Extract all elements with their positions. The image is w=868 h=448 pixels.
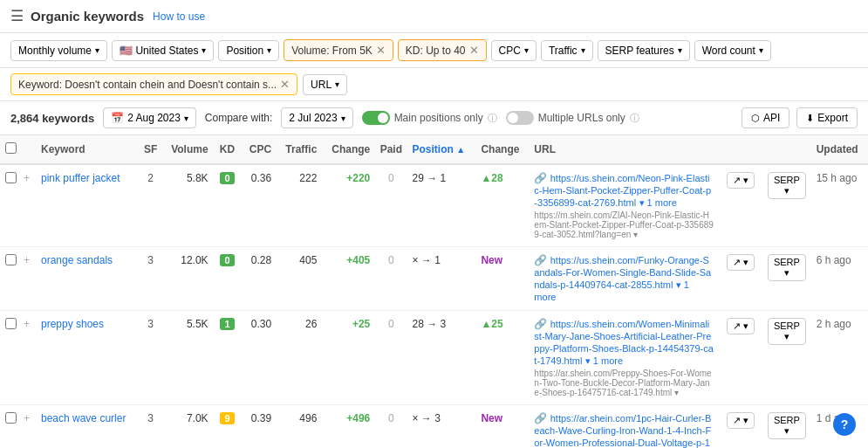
url-link[interactable]: https://us.shein.com/Women-Minimalist-Ma… — [534, 319, 713, 366]
row-position-cell: 29 → 1 — [407, 164, 476, 247]
row-sf-cell: 3 — [140, 405, 161, 449]
traffic-filter[interactable]: Traffic ▾ — [541, 40, 593, 61]
row-volume-cell: 5.8K — [161, 164, 213, 247]
serp-button[interactable]: SERP ▾ — [768, 254, 806, 281]
row-cpc-cell: 0.36 — [241, 164, 277, 247]
row-volume-cell: 7.0K — [161, 405, 213, 449]
table-row: + orange sandals 3 12.0K 0 0.28 405 +405… — [0, 247, 868, 311]
col-header-serp — [762, 135, 811, 164]
export-button[interactable]: ⬇ Export — [796, 107, 858, 128]
row-checkbox-cell — [0, 405, 22, 449]
trend-button[interactable]: ↗ ▾ — [727, 412, 755, 429]
row-checkbox[interactable] — [5, 412, 17, 424]
row-checkbox[interactable] — [5, 172, 17, 183]
compare-date-button[interactable]: 2 Jul 2023 ▾ — [281, 107, 352, 128]
serp-button[interactable]: SERP ▾ — [768, 318, 806, 345]
keyword-link[interactable]: beach wave curler — [41, 412, 126, 424]
keyword-link[interactable]: orange sandals — [41, 254, 113, 266]
col-header-position[interactable]: Position ▲ — [407, 135, 476, 164]
select-all-checkbox[interactable] — [5, 142, 17, 154]
word-count-filter[interactable]: Word count ▾ — [694, 40, 771, 61]
page-title: Organic keywords — [31, 9, 144, 24]
keyword-link[interactable]: preppy shoes — [41, 318, 104, 330]
row-plus-cell: + — [22, 311, 36, 405]
multiple-urls-info-icon: ⓘ — [630, 112, 639, 125]
row-sf-cell: 3 — [140, 247, 161, 311]
col-header-traffic[interactable]: Traffic — [277, 135, 322, 164]
row-updated-cell: 15 h ago — [811, 164, 868, 247]
url-filter[interactable]: URL ▾ — [303, 74, 347, 95]
volume-tag-close[interactable]: ✕ — [376, 44, 386, 57]
url-icon: 🔗 — [534, 172, 547, 184]
row-keyword-cell: pink puffer jacket — [36, 164, 140, 247]
date-button[interactable]: 📅 2 Aug 2023 ▾ — [103, 107, 196, 128]
col-header-url: URL — [529, 135, 719, 164]
help-button[interactable]: ? — [833, 413, 856, 436]
serp-features-filter[interactable]: SERP features ▾ — [598, 40, 690, 61]
row-plus-cell: + — [22, 405, 36, 449]
main-positions-toggle[interactable] — [362, 111, 390, 125]
position-filter[interactable]: Position ▾ — [218, 40, 279, 61]
row-url-cell: 🔗 https://us.shein.com/Women-Minimalist-… — [529, 311, 719, 405]
col-header-change[interactable]: Change — [322, 135, 375, 164]
row-serp-cell: SERP ▾ — [762, 164, 811, 247]
header: ☰ Organic keywords How to use — [0, 0, 868, 33]
row-updated-cell: 2 h ago — [811, 311, 868, 405]
country-filter[interactable]: 🇺🇸 United States ▾ — [112, 40, 214, 61]
row-trend-cell: ↗ ▾ — [719, 247, 762, 311]
help-link[interactable]: How to use — [153, 10, 205, 23]
row-paid-cell: 0 — [375, 164, 407, 247]
main-positions-info-icon: ⓘ — [488, 112, 497, 125]
main-positions-toggle-wrap: Main positions only ⓘ — [362, 111, 497, 125]
row-change-cell: +405 — [322, 247, 375, 311]
col-header-plus — [22, 135, 36, 164]
multiple-urls-toggle[interactable] — [506, 111, 534, 125]
url-link[interactable]: https://ar.shein.com/1pc-Hair-Curler-Bea… — [534, 413, 711, 448]
toolbar: 2,864 keywords 📅 2 Aug 2023 ▾ Compare wi… — [0, 101, 868, 135]
api-button[interactable]: ⬡ API — [742, 107, 789, 128]
hamburger-icon[interactable]: ☰ — [10, 7, 24, 25]
row-change-cell: +220 — [322, 164, 375, 247]
url-more-link[interactable]: ▾ 1 more — [639, 197, 677, 208]
col-header-pos-change[interactable]: Change — [475, 135, 529, 164]
row-cpc-cell: 0.30 — [241, 311, 277, 405]
row-trend-cell: ↗ ▾ — [719, 405, 762, 449]
serp-button[interactable]: SERP ▾ — [768, 172, 806, 199]
row-pos-change-cell: New — [475, 405, 529, 449]
table-row: + pink puffer jacket 2 5.8K 0 0.36 222 +… — [0, 164, 868, 247]
volume-tag: Volume: From 5K ✕ — [284, 39, 393, 61]
toolbar-right: ⬡ API ⬇ Export — [742, 107, 858, 128]
keyword-filter-close[interactable]: ✕ — [280, 78, 290, 91]
row-checkbox[interactable] — [5, 254, 17, 265]
col-header-volume[interactable]: Volume — [161, 135, 213, 164]
trend-button[interactable]: ↗ ▾ — [727, 172, 755, 189]
col-header-updated[interactable]: Updated — [811, 135, 868, 164]
row-trend-cell: ↗ ▾ — [719, 311, 762, 405]
row-paid-cell: 0 — [375, 405, 407, 449]
table-row: + preppy shoes 3 5.5K 1 0.30 26 +25 0 28… — [0, 311, 868, 405]
row-plus-cell: + — [22, 164, 36, 247]
col-header-check — [0, 135, 22, 164]
row-checkbox[interactable] — [5, 318, 17, 329]
keyword-link[interactable]: pink puffer jacket — [41, 172, 120, 184]
trend-button[interactable]: ↗ ▾ — [727, 318, 755, 334]
multiple-urls-toggle-wrap: Multiple URLs only ⓘ — [506, 111, 639, 125]
filter-row-2: Keyword: Doesn't contain chein and Doesn… — [0, 68, 868, 101]
col-header-paid[interactable]: Paid — [375, 135, 407, 164]
url-link[interactable]: https://us.shein.com/Neon-Pink-Elastic-H… — [534, 173, 711, 208]
col-header-cpc[interactable]: CPC — [241, 135, 277, 164]
row-traffic-cell: 26 — [277, 311, 322, 405]
kd-tag-close[interactable]: ✕ — [469, 44, 479, 57]
trend-button[interactable]: ↗ ▾ — [727, 254, 755, 271]
monthly-volume-filter[interactable]: Monthly volume ▾ — [10, 40, 107, 61]
keyword-filter-tag: Keyword: Doesn't contain chein and Doesn… — [10, 73, 297, 95]
col-header-kd[interactable]: KD — [214, 135, 242, 164]
url-more-link[interactable]: ▾ 1 more — [585, 355, 623, 366]
cpc-filter[interactable]: CPC ▾ — [491, 40, 537, 61]
row-serp-cell: SERP ▾ — [762, 311, 811, 405]
col-header-keyword[interactable]: Keyword — [36, 135, 140, 164]
col-header-sf[interactable]: SF — [140, 135, 161, 164]
serp-button[interactable]: SERP ▾ — [768, 412, 806, 439]
url-icon: 🔗 — [534, 254, 547, 266]
row-kd-cell: 0 — [214, 164, 242, 247]
